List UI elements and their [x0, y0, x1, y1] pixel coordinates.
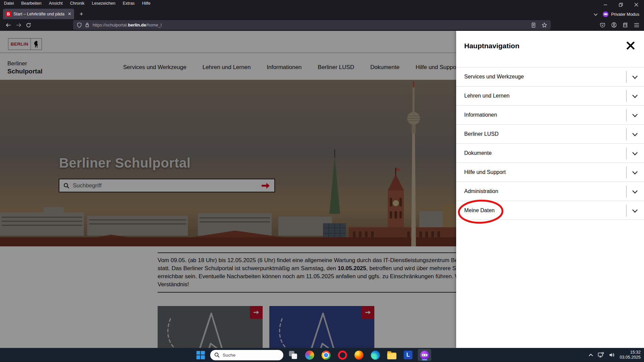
volume-icon[interactable]	[609, 352, 615, 358]
chevron-down-icon[interactable]	[631, 188, 639, 195]
account-icon[interactable]	[611, 22, 617, 28]
taskbar-search-input[interactable]	[223, 353, 273, 358]
reader-view-icon[interactable]	[531, 22, 536, 28]
back-icon[interactable]	[3, 20, 13, 30]
page-viewport: BERLIN Berliner Schulportal Services und…	[0, 31, 644, 348]
task-view-icon	[289, 351, 297, 359]
clock-time: 15:32	[620, 350, 641, 355]
folder-icon	[387, 353, 396, 359]
chrome-icon	[321, 351, 330, 360]
clock-date: 03.05.2025	[620, 355, 641, 360]
tab-title: Start – Lehrkräfte und pädagogi	[13, 12, 64, 16]
task-view-button[interactable]	[286, 349, 300, 361]
chevron-down-icon[interactable]	[631, 73, 639, 81]
drawer-item-hilfe[interactable]: Hilfe und Support	[456, 163, 644, 182]
navigation-toolbar: https://schulportal.berlin.de/home_l	[0, 19, 644, 31]
new-tab-button[interactable]: +	[79, 10, 83, 19]
hamburger-menu-icon[interactable]	[634, 23, 639, 27]
menubar: Datei Bearbeiten Ansicht Chronik Lesezei…	[0, 0, 150, 7]
tab-favicon: B	[6, 11, 11, 17]
chevron-down-icon[interactable]	[631, 150, 639, 157]
windows-logo-icon	[196, 351, 205, 359]
windows-taskbar: L 15:32 03.05.2025	[0, 348, 644, 362]
reload-icon[interactable]	[23, 20, 34, 30]
search-icon	[214, 352, 220, 358]
menu-datei[interactable]: Datei	[4, 1, 14, 6]
network-display-icon[interactable]	[598, 352, 604, 358]
list-tabs-chevron-icon[interactable]	[593, 12, 598, 17]
private-mode-badge: Privater Modus	[603, 11, 639, 17]
bookmark-star-icon[interactable]	[542, 22, 547, 28]
drawer-item-lehren[interactable]: Lehren und Lernen	[456, 86, 644, 105]
private-mode-label: Privater Modus	[611, 12, 639, 17]
tab-strip: B Start – Lehrkräfte und pädagogi ✕ + Pr…	[0, 7, 644, 19]
firefox-icon	[354, 351, 363, 360]
chevron-down-icon[interactable]	[631, 112, 639, 119]
taskbar-search[interactable]	[210, 350, 283, 360]
private-mask-icon	[603, 11, 608, 17]
tracking-shield-icon[interactable]	[77, 22, 82, 28]
drawer-menu: Services und Werkzeuge Lehren und Lernen…	[456, 67, 644, 220]
tab-close-icon[interactable]: ✕	[68, 11, 71, 16]
browser-tab[interactable]: B Start – Lehrkräfte und pädagogi ✕	[3, 9, 74, 19]
menu-extras[interactable]: Extras	[123, 1, 135, 6]
lock-icon[interactable]	[85, 22, 90, 27]
lusd-app-icon: L	[404, 351, 413, 359]
extensions-puzzle-icon[interactable]	[623, 22, 628, 28]
drawer-close-icon[interactable]	[626, 41, 635, 50]
start-button[interactable]	[194, 349, 207, 361]
pocket-icon[interactable]	[600, 22, 605, 28]
edge-button[interactable]	[369, 349, 382, 361]
menu-chronik[interactable]: Chronik	[70, 1, 85, 6]
drawer-item-services[interactable]: Services und Werkzeuge	[456, 67, 644, 86]
chevron-down-icon[interactable]	[631, 131, 639, 138]
drawer-title: Hauptnavigation	[464, 42, 520, 50]
drawer-item-administration[interactable]: Administration	[456, 182, 644, 201]
photos-icon	[305, 351, 314, 360]
drawer-item-informationen[interactable]: Informationen	[456, 105, 644, 124]
main-navigation-drawer: Hauptnavigation Services und Werkzeuge L…	[456, 31, 644, 348]
firefox-button[interactable]	[352, 349, 366, 361]
chevron-down-icon[interactable]	[631, 169, 639, 176]
file-explorer-button[interactable]	[385, 349, 398, 361]
menu-bearbeiten[interactable]: Bearbeiten	[21, 1, 41, 6]
firefox-private-button[interactable]	[418, 349, 431, 361]
drawer-item-dokumente[interactable]: Dokumente	[456, 143, 644, 163]
browser-chrome: Datei Bearbeiten Ansicht Chronik Lesezei…	[0, 0, 644, 31]
chrome-button[interactable]	[319, 349, 333, 361]
tray-chevron-up-icon[interactable]	[588, 353, 593, 357]
photos-app-button[interactable]	[303, 349, 316, 361]
drawer-item-meine-daten[interactable]: Meine Daten	[456, 201, 644, 220]
taskbar-clock[interactable]: 15:32 03.05.2025	[620, 350, 641, 360]
chevron-down-icon[interactable]	[631, 207, 639, 215]
menu-hilfe[interactable]: Hilfe	[142, 1, 150, 6]
opera-icon	[338, 351, 347, 360]
url-text: https://schulportal.berlin.de/home_l	[93, 22, 162, 27]
opera-button[interactable]	[336, 349, 349, 361]
firefox-private-icon	[420, 351, 429, 360]
chevron-down-icon[interactable]	[631, 93, 639, 100]
edge-icon	[371, 351, 380, 360]
menu-lesezeichen[interactable]: Lesezeichen	[92, 1, 115, 6]
drawer-item-lusd[interactable]: Berliner LUSD	[456, 124, 644, 143]
forward-icon[interactable]	[13, 20, 23, 30]
url-bar[interactable]: https://schulportal.berlin.de/home_l	[73, 20, 551, 30]
menu-ansicht[interactable]: Ansicht	[49, 1, 63, 6]
lusd-app-button[interactable]: L	[401, 349, 415, 361]
